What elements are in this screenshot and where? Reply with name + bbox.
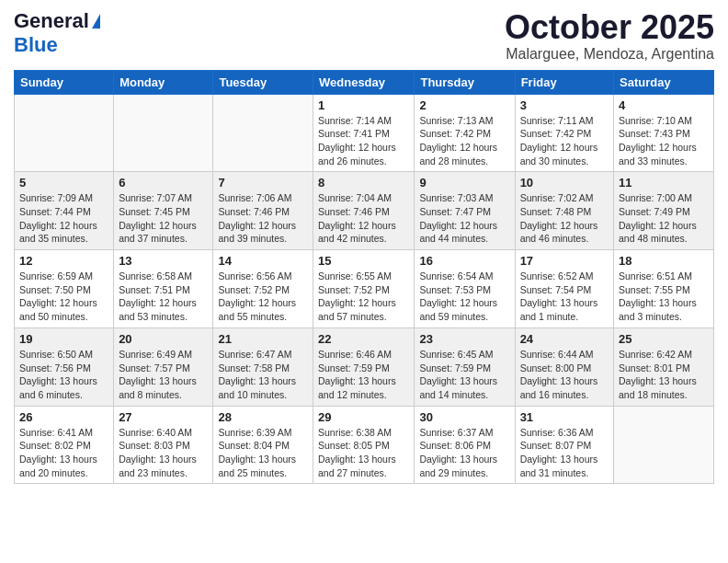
calendar-cell: 15Sunrise: 6:55 AM Sunset: 7:52 PM Dayli… — [313, 250, 415, 328]
day-number: 14 — [218, 254, 308, 268]
day-number: 22 — [318, 332, 409, 346]
calendar-cell: 8Sunrise: 7:04 AM Sunset: 7:46 PM Daylig… — [313, 172, 415, 250]
day-number: 11 — [619, 176, 709, 190]
page-header: General Blue October 2025 Malarguee, Men… — [14, 9, 714, 63]
day-number: 19 — [19, 332, 108, 346]
day-number: 20 — [119, 332, 208, 346]
day-info: Sunrise: 7:10 AM Sunset: 7:43 PM Dayligh… — [619, 114, 709, 168]
day-info: Sunrise: 7:04 AM Sunset: 7:46 PM Dayligh… — [318, 191, 409, 246]
day-info: Sunrise: 7:14 AM Sunset: 7:41 PM Dayligh… — [318, 114, 409, 168]
logo: General Blue — [14, 9, 100, 57]
day-info: Sunrise: 7:00 AM Sunset: 7:49 PM Dayligh… — [619, 191, 709, 246]
calendar-cell: 2Sunrise: 7:13 AM Sunset: 7:42 PM Daylig… — [415, 94, 515, 172]
day-number: 13 — [119, 254, 208, 268]
day-number: 23 — [419, 332, 509, 346]
calendar-cell: 19Sunrise: 6:50 AM Sunset: 7:56 PM Dayli… — [15, 327, 114, 406]
day-number: 2 — [419, 98, 509, 112]
calendar-cell: 25Sunrise: 6:42 AM Sunset: 8:01 PM Dayli… — [614, 327, 714, 406]
day-info: Sunrise: 6:44 AM Sunset: 8:00 PM Dayligh… — [520, 348, 609, 402]
day-info: Sunrise: 6:50 AM Sunset: 7:56 PM Dayligh… — [19, 348, 108, 402]
day-number: 25 — [619, 332, 709, 346]
calendar-week-row: 12Sunrise: 6:59 AM Sunset: 7:50 PM Dayli… — [15, 250, 714, 328]
title-section: October 2025 Malarguee, Mendoza, Argenti… — [505, 9, 714, 63]
calendar-cell: 23Sunrise: 6:45 AM Sunset: 7:59 PM Dayli… — [415, 327, 515, 406]
month-title: October 2025 — [505, 9, 714, 46]
logo-general-text: General — [14, 9, 89, 33]
calendar-cell — [614, 406, 714, 484]
calendar-cell: 27Sunrise: 6:40 AM Sunset: 8:03 PM Dayli… — [114, 406, 213, 484]
day-info: Sunrise: 6:40 AM Sunset: 8:03 PM Dayligh… — [119, 426, 208, 480]
day-number: 27 — [119, 410, 208, 424]
calendar-cell: 21Sunrise: 6:47 AM Sunset: 7:58 PM Dayli… — [213, 327, 313, 406]
day-info: Sunrise: 7:06 AM Sunset: 7:46 PM Dayligh… — [218, 191, 308, 246]
day-number: 30 — [419, 410, 509, 424]
logo-triangle-icon — [92, 14, 100, 29]
day-number: 12 — [19, 254, 108, 268]
calendar-cell: 6Sunrise: 7:07 AM Sunset: 7:45 PM Daylig… — [114, 172, 213, 250]
day-info: Sunrise: 6:45 AM Sunset: 7:59 PM Dayligh… — [419, 348, 509, 402]
calendar-cell: 3Sunrise: 7:11 AM Sunset: 7:42 PM Daylig… — [515, 94, 613, 172]
calendar-cell: 13Sunrise: 6:58 AM Sunset: 7:51 PM Dayli… — [114, 250, 213, 328]
column-header-monday: Monday — [114, 70, 213, 94]
column-header-tuesday: Tuesday — [213, 70, 313, 94]
day-number: 6 — [119, 176, 208, 190]
day-number: 29 — [318, 410, 409, 424]
day-number: 28 — [218, 410, 308, 424]
day-info: Sunrise: 6:59 AM Sunset: 7:50 PM Dayligh… — [19, 270, 108, 324]
day-number: 8 — [318, 176, 409, 190]
day-number: 26 — [19, 410, 108, 424]
logo-blue-text: Blue — [14, 33, 58, 56]
day-info: Sunrise: 6:46 AM Sunset: 7:59 PM Dayligh… — [318, 348, 409, 402]
calendar-cell: 7Sunrise: 7:06 AM Sunset: 7:46 PM Daylig… — [213, 172, 313, 250]
day-info: Sunrise: 7:02 AM Sunset: 7:48 PM Dayligh… — [520, 191, 609, 246]
day-info: Sunrise: 6:37 AM Sunset: 8:06 PM Dayligh… — [419, 426, 509, 480]
calendar-cell: 29Sunrise: 6:38 AM Sunset: 8:05 PM Dayli… — [313, 406, 415, 484]
calendar-cell: 14Sunrise: 6:56 AM Sunset: 7:52 PM Dayli… — [213, 250, 313, 328]
calendar-cell: 31Sunrise: 6:36 AM Sunset: 8:07 PM Dayli… — [515, 406, 613, 484]
day-number: 16 — [419, 254, 509, 268]
calendar-cell: 10Sunrise: 7:02 AM Sunset: 7:48 PM Dayli… — [515, 172, 613, 250]
column-header-wednesday: Wednesday — [313, 70, 415, 94]
calendar-cell — [114, 94, 213, 172]
calendar-cell: 5Sunrise: 7:09 AM Sunset: 7:44 PM Daylig… — [15, 172, 114, 250]
day-number: 17 — [520, 254, 609, 268]
calendar-cell: 28Sunrise: 6:39 AM Sunset: 8:04 PM Dayli… — [213, 406, 313, 484]
day-number: 1 — [318, 98, 409, 112]
calendar-cell: 1Sunrise: 7:14 AM Sunset: 7:41 PM Daylig… — [313, 94, 415, 172]
calendar-week-row: 1Sunrise: 7:14 AM Sunset: 7:41 PM Daylig… — [15, 94, 714, 172]
calendar-cell: 9Sunrise: 7:03 AM Sunset: 7:47 PM Daylig… — [415, 172, 515, 250]
calendar-week-row: 5Sunrise: 7:09 AM Sunset: 7:44 PM Daylig… — [15, 172, 714, 250]
day-info: Sunrise: 7:09 AM Sunset: 7:44 PM Dayligh… — [19, 191, 108, 246]
calendar-cell: 11Sunrise: 7:00 AM Sunset: 7:49 PM Dayli… — [614, 172, 714, 250]
day-number: 15 — [318, 254, 409, 268]
day-info: Sunrise: 6:41 AM Sunset: 8:02 PM Dayligh… — [19, 426, 108, 480]
day-number: 9 — [419, 176, 509, 190]
location-subtitle: Malarguee, Mendoza, Argentina — [505, 46, 714, 63]
day-number: 7 — [218, 176, 308, 190]
day-info: Sunrise: 6:56 AM Sunset: 7:52 PM Dayligh… — [218, 270, 308, 324]
day-info: Sunrise: 7:13 AM Sunset: 7:42 PM Dayligh… — [419, 114, 509, 168]
column-header-thursday: Thursday — [415, 70, 515, 94]
column-header-sunday: Sunday — [15, 70, 114, 94]
calendar-week-row: 19Sunrise: 6:50 AM Sunset: 7:56 PM Dayli… — [15, 327, 714, 406]
day-number: 5 — [19, 176, 108, 190]
day-info: Sunrise: 6:38 AM Sunset: 8:05 PM Dayligh… — [318, 426, 409, 480]
day-number: 10 — [520, 176, 609, 190]
calendar-cell: 22Sunrise: 6:46 AM Sunset: 7:59 PM Dayli… — [313, 327, 415, 406]
calendar-header-row: SundayMondayTuesdayWednesdayThursdayFrid… — [15, 70, 714, 94]
calendar-cell: 18Sunrise: 6:51 AM Sunset: 7:55 PM Dayli… — [614, 250, 714, 328]
day-info: Sunrise: 6:58 AM Sunset: 7:51 PM Dayligh… — [119, 270, 208, 324]
day-info: Sunrise: 7:07 AM Sunset: 7:45 PM Dayligh… — [119, 191, 208, 246]
calendar-cell: 4Sunrise: 7:10 AM Sunset: 7:43 PM Daylig… — [614, 94, 714, 172]
day-info: Sunrise: 6:49 AM Sunset: 7:57 PM Dayligh… — [119, 348, 208, 402]
calendar-cell: 17Sunrise: 6:52 AM Sunset: 7:54 PM Dayli… — [515, 250, 613, 328]
day-info: Sunrise: 6:42 AM Sunset: 8:01 PM Dayligh… — [619, 348, 709, 402]
day-info: Sunrise: 6:39 AM Sunset: 8:04 PM Dayligh… — [218, 426, 308, 480]
calendar-week-row: 26Sunrise: 6:41 AM Sunset: 8:02 PM Dayli… — [15, 406, 714, 484]
calendar-cell — [213, 94, 313, 172]
day-number: 4 — [619, 98, 709, 112]
day-number: 21 — [218, 332, 308, 346]
calendar-cell: 20Sunrise: 6:49 AM Sunset: 7:57 PM Dayli… — [114, 327, 213, 406]
day-info: Sunrise: 6:47 AM Sunset: 7:58 PM Dayligh… — [218, 348, 308, 402]
calendar-table: SundayMondayTuesdayWednesdayThursdayFrid… — [14, 70, 714, 485]
